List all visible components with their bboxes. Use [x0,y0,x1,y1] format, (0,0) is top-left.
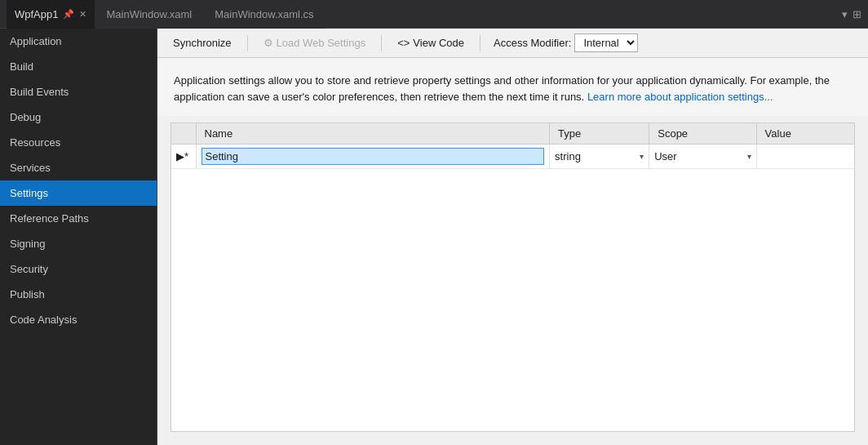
sidebar-item-signing[interactable]: Signing [0,231,157,256]
sidebar-item-build-events[interactable]: Build Events [0,79,157,105]
description: Application settings allow you to store … [157,58,868,116]
sidebar: ApplicationBuildBuild EventsDebugResourc… [0,29,157,445]
name-cell[interactable] [196,145,550,169]
sidebar-item-security[interactable]: Security [0,256,157,282]
gear-icon: ⚙ [264,37,273,49]
type-dropdown-arrow: ▾ [640,152,644,161]
table-row: ▶*string▾User▾ [171,145,854,169]
title-bar: WpfApp1 📌 ✕ MainWindow.xaml MainWindow.x… [0,0,868,29]
sidebar-item-code-analysis[interactable]: Code Analysis [0,307,157,332]
table-header-row: Name Type Scope Value [171,123,854,145]
pin-icon[interactable]: 📌 [63,9,74,20]
project-tab[interactable]: WpfApp1 📌 ✕ [7,0,95,29]
settings-table: Name Type Scope Value ▶*string▾User▾ [171,123,854,169]
col-header-value: Value [756,123,854,145]
close-icon[interactable]: ✕ [79,9,86,20]
content-area: Synchronize ⚙Load Web Settings <>View Co… [157,29,868,445]
toolbar-separator-2 [381,35,382,51]
col-header-marker [171,123,196,145]
sidebar-item-services[interactable]: Services [0,155,157,180]
type-cell[interactable]: string▾ [550,145,649,169]
toolbar-separator-3 [480,35,480,51]
project-name: WpfApp1 [15,8,58,20]
access-modifier-select[interactable]: Internal Public Private [574,33,638,52]
settings-table-container: Name Type Scope Value ▶*string▾User▾ [170,122,855,432]
scope-cell[interactable]: User▾ [649,145,756,169]
view-code-button[interactable]: <>View Code [388,33,473,52]
load-web-settings-button[interactable]: ⚙Load Web Settings [255,33,375,52]
toolbar: Synchronize ⚙Load Web Settings <>View Co… [157,29,868,58]
view-code-icon: <> [397,37,410,49]
sidebar-item-build[interactable]: Build [0,54,157,79]
sidebar-item-publish[interactable]: Publish [0,282,157,307]
col-header-type: Type [550,123,649,145]
row-marker: ▶* [171,145,196,169]
scope-dropdown-arrow: ▾ [747,152,751,161]
col-header-name: Name [196,123,550,145]
name-input[interactable] [202,148,545,165]
col-header-scope: Scope [649,123,756,145]
sidebar-item-resources[interactable]: Resources [0,130,157,155]
main-layout: ApplicationBuildBuild EventsDebugResourc… [0,29,868,445]
sidebar-item-settings[interactable]: Settings [0,180,157,206]
synchronize-button[interactable]: Synchronize [164,33,241,52]
sidebar-item-debug[interactable]: Debug [0,105,157,130]
sidebar-item-application[interactable]: Application [0,29,157,54]
dropdown-icon[interactable]: ▾ [842,8,848,20]
learn-more-link[interactable]: Learn more about application settings... [587,91,773,103]
toolbar-separator-1 [247,35,248,51]
scope-select[interactable]: User [654,150,743,162]
tab-mainwindow-xaml-cs[interactable]: MainWindow.xaml.cs [203,0,325,29]
access-modifier-label: Access Modifier: [494,37,571,49]
expand-icon[interactable]: ⊞ [852,8,861,20]
type-select[interactable]: string [555,150,636,162]
sidebar-item-reference-paths[interactable]: Reference Paths [0,206,157,231]
value-cell[interactable] [756,145,854,169]
tab-mainwindow-xaml[interactable]: MainWindow.xaml [95,0,203,29]
title-bar-right: ▾ ⊞ [842,8,861,20]
